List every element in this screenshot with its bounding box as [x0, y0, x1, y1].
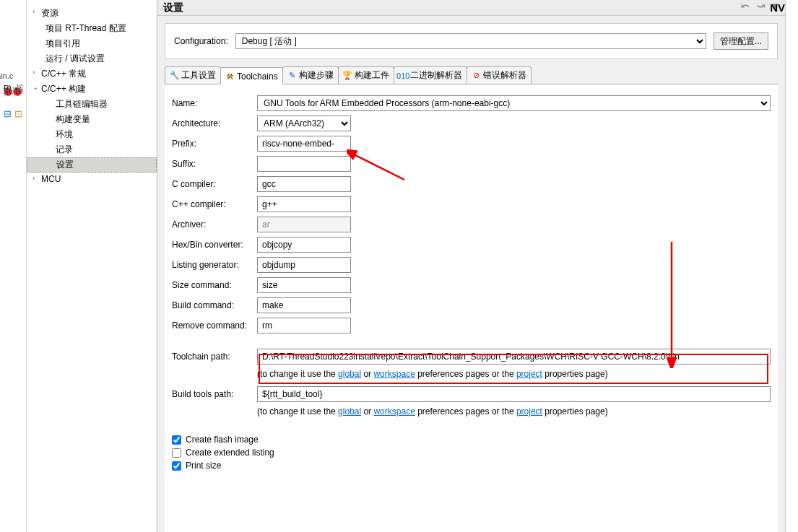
configuration-label: Configuration: [174, 36, 228, 46]
size-label: Size command: [172, 280, 257, 290]
project-link[interactable]: project [516, 369, 542, 379]
tab[interactable]: 🏆构建工件 [338, 66, 394, 84]
prefix-input[interactable] [257, 136, 351, 152]
print-size-checkbox[interactable] [172, 461, 181, 471]
tree-item[interactable]: ›MCU [27, 173, 157, 186]
hexbin-input[interactable] [257, 237, 351, 253]
page-title: 设置 [163, 1, 183, 14]
cppcompiler-input[interactable] [257, 196, 351, 212]
tab-strip: 🔧工具设置🛠Toolchains✎构建步骤🏆构建工件010二进制解析器⊘错误解析… [165, 66, 778, 84]
configuration-bar: Configuration: Debug [ 活动 ] 管理配置... [165, 23, 778, 59]
left-gutter: ain.c P) 运 🐞 🐞 ⊟ ⊡ [0, 0, 27, 532]
tree-item[interactable]: 工具链编辑器 [27, 97, 157, 112]
back-icon[interactable]: ⤺ [741, 0, 750, 12]
global-link-2[interactable]: global [338, 406, 361, 417]
name-select[interactable]: GNU Tools for ARM Embedded Processors (a… [257, 95, 771, 111]
collapse-icon[interactable]: ⊡ [14, 108, 22, 119]
content-header: 设置 ⤺ ⤻ ▾ [157, 0, 785, 16]
tree-item-label: MCU [41, 174, 61, 184]
manage-config-button[interactable]: 管理配置... [714, 32, 768, 50]
configuration-select[interactable]: Debug [ 活动 ] [235, 33, 706, 49]
ccompiler-label: C compiler: [172, 179, 257, 189]
tab[interactable]: 010二进制解析器 [394, 66, 467, 84]
tab-label: 错误解析器 [483, 69, 526, 82]
settings-tree: ›资源项目 RT-Thread 配置项目引用运行 / 调试设置›C/C++ 常规… [27, 0, 157, 532]
tree-item-label: 项目 RT-Thread 配置 [45, 23, 126, 33]
tree-item[interactable]: 运行 / 调试设置 [27, 51, 157, 66]
tab-label: 二进制解析器 [410, 69, 462, 82]
remove-label: Remove command: [172, 320, 257, 331]
remove-input[interactable] [257, 318, 351, 333]
archiver-input [257, 217, 351, 232]
tree-item[interactable]: ›C/C++ 常规 [27, 66, 157, 82]
tab-icon: 🛠 [225, 71, 235, 81]
tab-label: Toolchains [237, 71, 278, 82]
tree-item[interactable]: ⌄C/C++ 构建 [27, 82, 157, 97]
toolchainpath-label: Toolchain path: [172, 352, 257, 362]
tab[interactable]: 🔧工具设置 [165, 66, 221, 84]
forward-icon[interactable]: ⤻ [757, 0, 766, 12]
suffix-input[interactable] [257, 156, 351, 172]
build-input[interactable] [257, 297, 351, 313]
tab[interactable]: ⊘错误解析器 [467, 66, 532, 84]
size-input[interactable] [257, 277, 351, 293]
tree-item[interactable]: 构建变量 [27, 112, 157, 127]
listing-input[interactable] [257, 257, 351, 273]
tree-item-label: C/C++ 构建 [41, 84, 86, 94]
tree-item[interactable]: ›资源 [27, 6, 157, 21]
tree-item-label: 项目引用 [45, 38, 80, 48]
name-label: Name: [172, 98, 257, 108]
create-listing-label[interactable]: Create extended listing [186, 448, 274, 458]
cppcompiler-label: C++ compiler: [172, 199, 257, 209]
arch-label: Architecture: [172, 118, 257, 128]
create-flash-checkbox[interactable] [172, 435, 181, 445]
print-size-checkbox-row: Print size [172, 461, 771, 471]
toolchainpath-hint: (to change it use the global or workspac… [257, 369, 771, 379]
nv-fragment: NV [770, 1, 785, 14]
buildtoolspath-label: Build tools path: [172, 389, 257, 399]
tree-item-label: 构建变量 [56, 114, 90, 124]
archiver-label: Archiver: [172, 219, 257, 230]
create-listing-checkbox[interactable] [172, 448, 181, 458]
expand-icon[interactable]: ⊟ [4, 108, 12, 119]
tab-icon: ⊘ [472, 71, 481, 80]
tree-item[interactable]: 项目引用 [27, 36, 157, 51]
arch-select[interactable]: ARM (AArch32) [257, 115, 351, 131]
tree-arrow-icon: › [32, 7, 35, 15]
build-label: Build command: [172, 300, 257, 310]
create-flash-checkbox-row: Create flash image [172, 435, 771, 445]
tab-icon: 🔧 [170, 71, 179, 80]
tree-item-label: C/C++ 常规 [41, 69, 86, 79]
tab-label: 工具设置 [181, 69, 216, 82]
bug-icon-red[interactable]: 🐞 [11, 85, 23, 97]
tab[interactable]: ✎构建步骤 [282, 66, 339, 84]
suffix-label: Suffix: [172, 159, 257, 169]
project-link-2[interactable]: project [516, 406, 542, 417]
tab[interactable]: 🛠Toolchains [220, 67, 283, 84]
workspace-link[interactable]: workspace [373, 369, 415, 379]
tree-item[interactable]: 设置 [27, 157, 157, 173]
ccompiler-input[interactable] [257, 176, 351, 192]
tree-item-label: 资源 [41, 8, 58, 18]
tree-arrow-icon: ⌄ [32, 83, 38, 91]
buildtoolspath-input[interactable] [257, 386, 771, 402]
tab-label: 构建步骤 [299, 69, 334, 82]
create-flash-label[interactable]: Create flash image [186, 435, 259, 445]
right-edge [785, 0, 798, 532]
tree-item-label: 设置 [56, 160, 74, 170]
tree-item-label: 运行 / 调试设置 [45, 53, 105, 64]
toolchainpath-input[interactable] [257, 349, 771, 365]
tree-item-label: 环境 [56, 129, 73, 139]
tree-item-label: 工具链编辑器 [56, 99, 108, 109]
global-link[interactable]: global [338, 369, 361, 379]
tree-item[interactable]: 记录 [27, 142, 157, 157]
tree-item[interactable]: 项目 RT-Thread 配置 [27, 21, 157, 36]
print-size-label[interactable]: Print size [186, 461, 221, 471]
tab-label: 构建工件 [355, 69, 389, 82]
toolchain-form: Name: GNU Tools for ARM Embedded Process… [165, 84, 778, 532]
buildtoolspath-hint: (to change it use the global or workspac… [257, 406, 771, 417]
tree-item[interactable]: 环境 [27, 127, 157, 142]
content-panel: 设置 ⤺ ⤻ ▾ NV Configuration: Debug [ 活动 ] … [157, 0, 785, 532]
workspace-link-2[interactable]: workspace [373, 406, 415, 417]
tree-arrow-icon: › [32, 68, 35, 76]
